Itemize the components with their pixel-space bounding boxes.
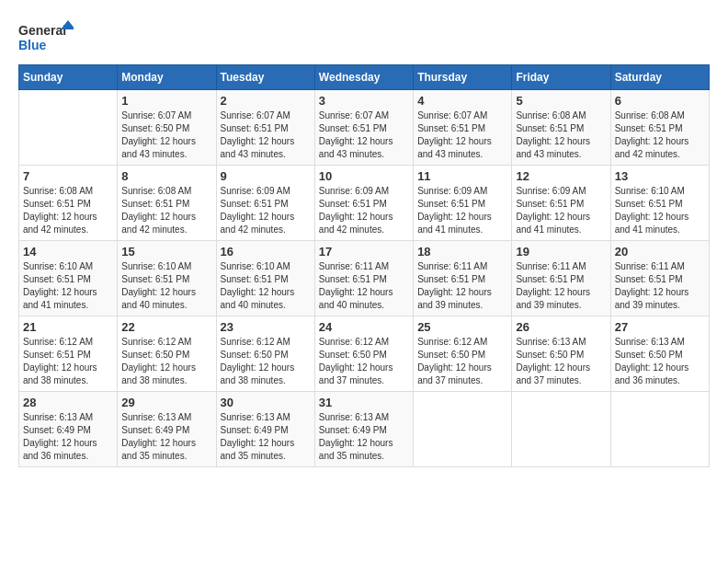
calendar-cell xyxy=(610,392,709,467)
calendar-week-row: 21Sunrise: 6:12 AM Sunset: 6:51 PM Dayli… xyxy=(19,316,710,392)
day-info: Sunrise: 6:09 AM Sunset: 6:51 PM Dayligh… xyxy=(417,185,507,236)
header: General Blue xyxy=(18,18,710,55)
day-info: Sunrise: 6:11 AM Sunset: 6:51 PM Dayligh… xyxy=(516,260,606,312)
day-number: 4 xyxy=(417,94,507,108)
logo: General Blue xyxy=(18,18,74,55)
day-info: Sunrise: 6:10 AM Sunset: 6:51 PM Dayligh… xyxy=(23,260,113,312)
calendar-cell: 13Sunrise: 6:10 AM Sunset: 6:51 PM Dayli… xyxy=(610,166,709,241)
day-info: Sunrise: 6:13 AM Sunset: 6:50 PM Dayligh… xyxy=(516,336,606,387)
weekday-header-monday: Monday xyxy=(118,65,216,90)
day-number: 1 xyxy=(121,94,211,108)
day-number: 24 xyxy=(319,320,409,334)
day-info: Sunrise: 6:10 AM Sunset: 6:51 PM Dayligh… xyxy=(615,185,705,236)
calendar-cell xyxy=(19,90,118,166)
day-number: 9 xyxy=(221,169,311,183)
calendar-cell: 25Sunrise: 6:12 AM Sunset: 6:50 PM Dayli… xyxy=(414,316,512,392)
day-number: 19 xyxy=(516,245,606,259)
day-info: Sunrise: 6:13 AM Sunset: 6:49 PM Dayligh… xyxy=(319,411,409,463)
day-number: 31 xyxy=(319,396,409,409)
weekday-header-wednesday: Wednesday xyxy=(314,65,413,90)
day-info: Sunrise: 6:07 AM Sunset: 6:51 PM Dayligh… xyxy=(221,109,311,161)
calendar-table: SundayMondayTuesdayWednesdayThursdayFrid… xyxy=(18,64,710,467)
weekday-header-saturday: Saturday xyxy=(610,65,709,90)
calendar-cell: 26Sunrise: 6:13 AM Sunset: 6:50 PM Dayli… xyxy=(512,316,610,392)
calendar-cell: 6Sunrise: 6:08 AM Sunset: 6:51 PM Daylig… xyxy=(610,90,709,166)
calendar-week-row: 1Sunrise: 6:07 AM Sunset: 6:50 PM Daylig… xyxy=(19,90,710,166)
day-number: 27 xyxy=(615,320,705,334)
calendar-cell: 27Sunrise: 6:13 AM Sunset: 6:50 PM Dayli… xyxy=(610,316,709,392)
day-info: Sunrise: 6:07 AM Sunset: 6:51 PM Dayligh… xyxy=(417,109,507,161)
day-info: Sunrise: 6:11 AM Sunset: 6:51 PM Dayligh… xyxy=(615,260,705,312)
calendar-cell: 5Sunrise: 6:08 AM Sunset: 6:51 PM Daylig… xyxy=(512,90,610,166)
day-info: Sunrise: 6:09 AM Sunset: 6:51 PM Dayligh… xyxy=(221,185,311,236)
day-number: 2 xyxy=(221,94,311,108)
calendar-cell: 9Sunrise: 6:09 AM Sunset: 6:51 PM Daylig… xyxy=(216,166,314,241)
calendar-cell: 29Sunrise: 6:13 AM Sunset: 6:49 PM Dayli… xyxy=(118,392,216,467)
weekday-header-thursday: Thursday xyxy=(414,65,512,90)
day-info: Sunrise: 6:08 AM Sunset: 6:51 PM Dayligh… xyxy=(615,109,705,161)
logo-svg: General Blue xyxy=(18,18,74,55)
day-number: 10 xyxy=(319,169,409,183)
weekday-header-friday: Friday xyxy=(512,65,610,90)
day-info: Sunrise: 6:13 AM Sunset: 6:49 PM Dayligh… xyxy=(121,411,211,463)
day-info: Sunrise: 6:13 AM Sunset: 6:49 PM Dayligh… xyxy=(23,411,113,463)
calendar-cell: 30Sunrise: 6:13 AM Sunset: 6:49 PM Dayli… xyxy=(216,392,314,467)
calendar-cell xyxy=(414,392,512,467)
calendar-cell: 22Sunrise: 6:12 AM Sunset: 6:50 PM Dayli… xyxy=(118,316,216,392)
calendar-cell: 23Sunrise: 6:12 AM Sunset: 6:50 PM Dayli… xyxy=(216,316,314,392)
day-info: Sunrise: 6:08 AM Sunset: 6:51 PM Dayligh… xyxy=(516,109,606,161)
weekday-header-sunday: Sunday xyxy=(19,65,118,90)
calendar-cell: 20Sunrise: 6:11 AM Sunset: 6:51 PM Dayli… xyxy=(610,241,709,316)
calendar-cell: 18Sunrise: 6:11 AM Sunset: 6:51 PM Dayli… xyxy=(414,241,512,316)
day-info: Sunrise: 6:07 AM Sunset: 6:51 PM Dayligh… xyxy=(319,109,409,161)
day-number: 21 xyxy=(23,320,113,334)
weekday-header-tuesday: Tuesday xyxy=(216,65,314,90)
day-number: 7 xyxy=(23,169,113,183)
day-number: 15 xyxy=(121,245,211,259)
calendar-cell: 7Sunrise: 6:08 AM Sunset: 6:51 PM Daylig… xyxy=(19,166,118,241)
calendar-cell: 12Sunrise: 6:09 AM Sunset: 6:51 PM Dayli… xyxy=(512,166,610,241)
day-info: Sunrise: 6:09 AM Sunset: 6:51 PM Dayligh… xyxy=(319,185,409,236)
calendar-cell: 14Sunrise: 6:10 AM Sunset: 6:51 PM Dayli… xyxy=(19,241,118,316)
day-info: Sunrise: 6:11 AM Sunset: 6:51 PM Dayligh… xyxy=(319,260,409,312)
calendar-cell: 19Sunrise: 6:11 AM Sunset: 6:51 PM Dayli… xyxy=(512,241,610,316)
day-info: Sunrise: 6:12 AM Sunset: 6:50 PM Dayligh… xyxy=(121,336,211,387)
day-info: Sunrise: 6:08 AM Sunset: 6:51 PM Dayligh… xyxy=(121,185,211,236)
day-number: 16 xyxy=(221,245,311,259)
calendar-cell: 11Sunrise: 6:09 AM Sunset: 6:51 PM Dayli… xyxy=(414,166,512,241)
day-info: Sunrise: 6:12 AM Sunset: 6:50 PM Dayligh… xyxy=(417,336,507,387)
calendar-week-row: 28Sunrise: 6:13 AM Sunset: 6:49 PM Dayli… xyxy=(19,392,710,467)
day-number: 6 xyxy=(615,94,705,108)
calendar-cell: 4Sunrise: 6:07 AM Sunset: 6:51 PM Daylig… xyxy=(414,90,512,166)
day-number: 28 xyxy=(23,396,113,409)
day-info: Sunrise: 6:11 AM Sunset: 6:51 PM Dayligh… xyxy=(417,260,507,312)
calendar-cell: 16Sunrise: 6:10 AM Sunset: 6:51 PM Dayli… xyxy=(216,241,314,316)
calendar-week-row: 14Sunrise: 6:10 AM Sunset: 6:51 PM Dayli… xyxy=(19,241,710,316)
calendar-cell: 21Sunrise: 6:12 AM Sunset: 6:51 PM Dayli… xyxy=(19,316,118,392)
day-number: 8 xyxy=(121,169,211,183)
day-number: 29 xyxy=(121,396,211,409)
day-number: 20 xyxy=(615,245,705,259)
day-number: 22 xyxy=(121,320,211,334)
day-info: Sunrise: 6:12 AM Sunset: 6:51 PM Dayligh… xyxy=(23,336,113,387)
calendar-cell: 3Sunrise: 6:07 AM Sunset: 6:51 PM Daylig… xyxy=(314,90,413,166)
calendar-cell: 15Sunrise: 6:10 AM Sunset: 6:51 PM Dayli… xyxy=(118,241,216,316)
calendar-cell: 2Sunrise: 6:07 AM Sunset: 6:51 PM Daylig… xyxy=(216,90,314,166)
weekday-header-row: SundayMondayTuesdayWednesdayThursdayFrid… xyxy=(19,65,710,90)
day-number: 23 xyxy=(221,320,311,334)
day-info: Sunrise: 6:12 AM Sunset: 6:50 PM Dayligh… xyxy=(319,336,409,387)
calendar-week-row: 7Sunrise: 6:08 AM Sunset: 6:51 PM Daylig… xyxy=(19,166,710,241)
day-info: Sunrise: 6:13 AM Sunset: 6:49 PM Dayligh… xyxy=(221,411,311,463)
day-number: 25 xyxy=(417,320,507,334)
svg-text:General: General xyxy=(18,23,66,38)
day-number: 17 xyxy=(319,245,409,259)
calendar-cell: 28Sunrise: 6:13 AM Sunset: 6:49 PM Dayli… xyxy=(19,392,118,467)
day-info: Sunrise: 6:07 AM Sunset: 6:50 PM Dayligh… xyxy=(121,109,211,161)
day-number: 13 xyxy=(615,169,705,183)
svg-text:Blue: Blue xyxy=(18,38,47,52)
calendar-cell xyxy=(512,392,610,467)
calendar-cell: 24Sunrise: 6:12 AM Sunset: 6:50 PM Dayli… xyxy=(314,316,413,392)
calendar-cell: 17Sunrise: 6:11 AM Sunset: 6:51 PM Dayli… xyxy=(314,241,413,316)
day-number: 18 xyxy=(417,245,507,259)
day-number: 14 xyxy=(23,245,113,259)
